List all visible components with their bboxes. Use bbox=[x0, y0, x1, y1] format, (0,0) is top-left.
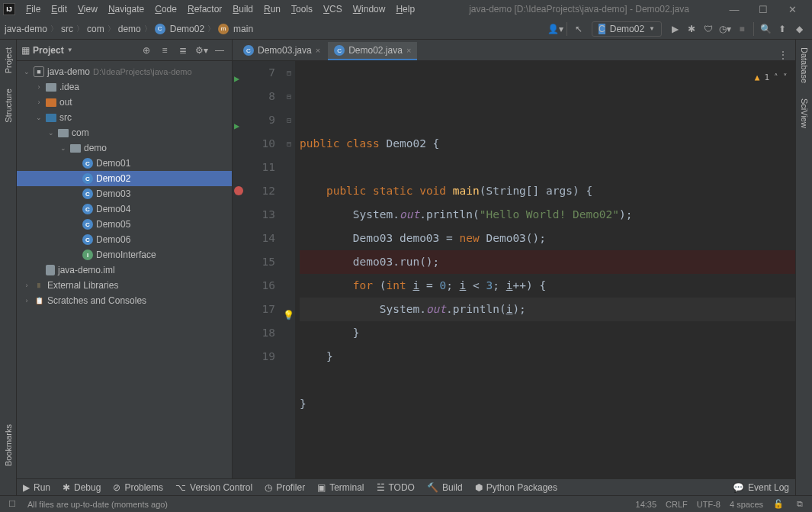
fold-icon[interactable]: ⊟ bbox=[283, 61, 295, 85]
run-config-selector[interactable]: C Demo02 ▼ bbox=[592, 21, 662, 37]
menu-help[interactable]: Help bbox=[391, 2, 419, 16]
tabs-more-icon[interactable]: ⋮ bbox=[771, 50, 795, 60]
tree-item-demo05[interactable]: CDemo05 bbox=[17, 217, 232, 232]
coverage-button[interactable]: 🛡 bbox=[700, 21, 717, 37]
tree-item-demointerface[interactable]: IDemoInterface bbox=[17, 247, 232, 262]
code-line[interactable]: } bbox=[300, 321, 795, 345]
minimize-icon[interactable]: ― bbox=[724, 4, 745, 15]
line-number[interactable]: 16 bbox=[248, 274, 275, 298]
readonly-lock-icon[interactable]: 🔓 bbox=[772, 499, 785, 509]
line-separator[interactable]: CRLF bbox=[666, 500, 688, 509]
menu-code[interactable]: Code bbox=[150, 2, 181, 16]
menu-navigate[interactable]: Navigate bbox=[104, 2, 149, 16]
editor-tab-demo02-java[interactable]: CDemo02.java× bbox=[328, 42, 417, 60]
expand-toggle-icon[interactable]: › bbox=[23, 282, 30, 289]
expand-toggle-icon[interactable]: ⌄ bbox=[23, 68, 30, 76]
toolwindow-run-button[interactable]: ▶Run bbox=[23, 482, 50, 493]
indent-setting[interactable]: 4 spaces bbox=[730, 500, 763, 509]
run-gutter-icon[interactable]: ▶ bbox=[234, 114, 239, 138]
expand-toggle-icon[interactable]: ⌄ bbox=[47, 129, 55, 137]
menu-refactor[interactable]: Refactor bbox=[183, 2, 226, 16]
stop-button[interactable]: ■ bbox=[733, 21, 750, 37]
toolwindow-problems-button[interactable]: ⊘Problems bbox=[113, 482, 163, 493]
code-line[interactable]: Demo03 demo03 = new Demo03(); bbox=[300, 227, 795, 250]
line-number[interactable]: 10 bbox=[248, 132, 275, 156]
tree-item-external-libraries[interactable]: ›⫴External Libraries bbox=[17, 278, 232, 293]
tree-item-java-demo[interactable]: ⌄■java-demo D:\IdeaProjects\java-demo bbox=[17, 64, 232, 79]
fold-icon[interactable]: ⊟ bbox=[283, 85, 295, 108]
sciview-toolwindow-button[interactable]: SciView bbox=[800, 91, 809, 136]
tree-item-java-demo-iml[interactable]: java-demo.iml bbox=[17, 262, 232, 278]
breakpoint-icon[interactable] bbox=[234, 186, 243, 195]
line-number[interactable]: 9 bbox=[248, 108, 275, 132]
tab-close-icon[interactable]: × bbox=[316, 46, 320, 55]
line-number[interactable]: 15 bbox=[248, 250, 275, 274]
tree-item-demo06[interactable]: CDemo06 bbox=[17, 232, 232, 247]
menu-view[interactable]: View bbox=[73, 2, 102, 16]
hide-icon[interactable]: — bbox=[212, 45, 227, 56]
collapse-all-icon[interactable]: ≣ bbox=[175, 45, 191, 56]
tree-item-demo[interactable]: ⌄demo bbox=[17, 140, 232, 156]
menu-build[interactable]: Build bbox=[228, 2, 258, 16]
breadcrumb-item[interactable]: Demo02 bbox=[170, 24, 204, 34]
breadcrumb[interactable]: java-demo〉src〉com〉demo〉CDemo02〉mmain bbox=[5, 24, 253, 34]
line-number[interactable]: 18 bbox=[248, 321, 275, 345]
code-line[interactable]: demo03.run(); bbox=[300, 250, 795, 274]
expand-toggle-icon[interactable]: › bbox=[23, 297, 30, 304]
breadcrumb-item[interactable]: main bbox=[233, 24, 253, 34]
line-number[interactable]: 19 bbox=[248, 345, 275, 369]
menu-file[interactable]: File bbox=[21, 2, 45, 16]
menu-window[interactable]: Window bbox=[348, 2, 390, 16]
project-toolwindow-button[interactable]: Project bbox=[4, 40, 13, 81]
chevron-down-icon[interactable]: ˅ bbox=[783, 66, 788, 89]
editor-body[interactable]: ▶▶ 78910111213141516171819 ⊟⊟⊟⊟ ▲ 1 ˄ ˅ … bbox=[233, 61, 795, 478]
line-number[interactable]: 14 bbox=[248, 227, 275, 250]
structure-toolwindow-button[interactable]: Structure bbox=[4, 81, 13, 130]
code-line[interactable]: public static void main(String[] args) { bbox=[300, 179, 795, 203]
tree-item-src[interactable]: ⌄src bbox=[17, 110, 232, 125]
editor-tab-demo03-java[interactable]: CDemo03.java× bbox=[237, 42, 326, 60]
select-opened-file-icon[interactable]: ⊕ bbox=[139, 45, 154, 56]
breadcrumb-item[interactable]: com bbox=[87, 24, 104, 34]
project-tree[interactable]: ⌄■java-demo D:\IdeaProjects\java-demo›.i… bbox=[17, 61, 232, 478]
chevron-down-icon[interactable]: ▼ bbox=[67, 47, 73, 53]
tree-item--idea[interactable]: ›.idea bbox=[17, 79, 232, 95]
tree-item-scratches-and-consoles[interactable]: ›📋Scratches and Consoles bbox=[17, 293, 232, 308]
menu-tools[interactable]: Tools bbox=[287, 2, 317, 16]
code-line[interactable]: } bbox=[300, 345, 795, 369]
search-icon[interactable]: 🔍 bbox=[757, 21, 774, 37]
tree-title[interactable]: Project bbox=[33, 45, 64, 56]
add-user-icon[interactable]: 👤▾ bbox=[547, 21, 563, 37]
tree-item-demo01[interactable]: CDemo01 bbox=[17, 156, 232, 171]
settings-gear-icon[interactable]: ⚙▾ bbox=[194, 45, 209, 56]
profile-button[interactable]: ◷▾ bbox=[717, 21, 733, 37]
toolwindow-version-control-button[interactable]: ⌥Version Control bbox=[175, 482, 252, 493]
line-number[interactable]: 13 bbox=[248, 203, 275, 227]
code-line[interactable]: public class Demo02 { bbox=[300, 132, 795, 156]
toolwindow-todo-button[interactable]: ☱TODO bbox=[377, 482, 415, 493]
menu-run[interactable]: Run bbox=[259, 2, 285, 16]
sync-icon[interactable]: ⬆ bbox=[774, 21, 791, 37]
fold-icon[interactable]: ⊟ bbox=[283, 132, 295, 156]
line-number[interactable]: 7 bbox=[248, 61, 275, 85]
code-line[interactable] bbox=[300, 369, 795, 392]
file-encoding[interactable]: UTF-8 bbox=[697, 500, 721, 509]
menu-vcs[interactable]: VCS bbox=[319, 2, 347, 16]
run-gutter-icon[interactable]: ▶ bbox=[234, 67, 239, 91]
breadcrumb-item[interactable]: src bbox=[61, 24, 73, 34]
bookmarks-toolwindow-button[interactable]: Bookmarks bbox=[4, 417, 13, 474]
tree-item-out[interactable]: ›out bbox=[17, 95, 232, 110]
tab-close-icon[interactable]: × bbox=[406, 46, 411, 55]
database-toolwindow-button[interactable]: Database bbox=[800, 40, 809, 91]
tree-item-demo03[interactable]: CDemo03 bbox=[17, 186, 232, 201]
ide-update-icon[interactable]: ◆ bbox=[791, 21, 807, 37]
line-number[interactable]: 8 bbox=[248, 85, 275, 108]
caret-position[interactable]: 14:35 bbox=[636, 500, 657, 509]
code-line[interactable]: 💡 System.out.println(i); bbox=[300, 298, 795, 321]
toolwindow-build-button[interactable]: 🔨Build bbox=[427, 482, 463, 493]
line-number[interactable]: 11 bbox=[248, 156, 275, 179]
expand-all-icon[interactable]: ≡ bbox=[157, 45, 172, 56]
breadcrumb-item[interactable]: demo bbox=[118, 24, 141, 34]
code-line[interactable]: System.out.println("Hello World! Demo02"… bbox=[300, 203, 795, 227]
memory-indicator-icon[interactable]: ⧉ bbox=[794, 499, 806, 509]
